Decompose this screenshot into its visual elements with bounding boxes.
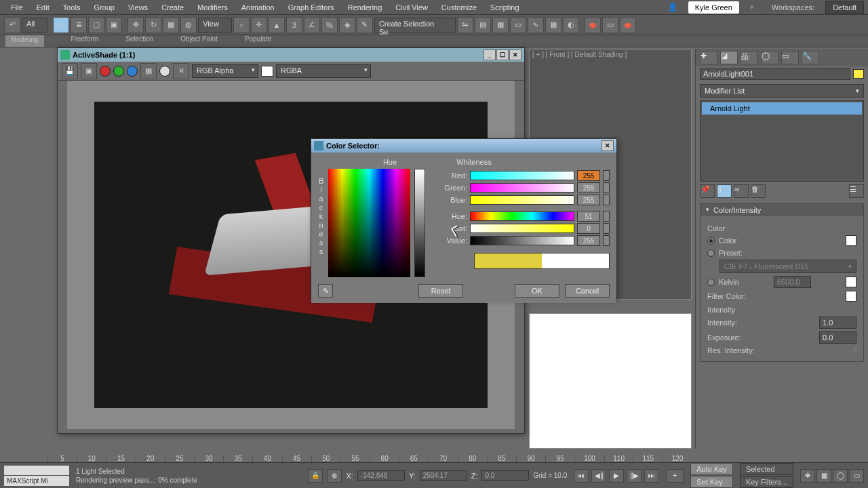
viewport-front-label[interactable]: [ + ] [ Front ] [ Default Shading ] (532, 51, 627, 58)
red-channel-icon[interactable] (100, 66, 111, 77)
copy-image-icon[interactable]: ▣ (81, 63, 97, 79)
clear-icon[interactable]: ✕ (173, 63, 189, 79)
blue-channel-icon[interactable] (127, 66, 138, 77)
display-tab-icon[interactable]: ▭ (781, 51, 799, 64)
mirror-icon[interactable]: ⇋ (457, 17, 473, 33)
value-spinner[interactable]: 255 (577, 235, 600, 246)
green-spinner-arrows[interactable] (603, 182, 610, 193)
mono-channel-icon[interactable] (159, 66, 170, 77)
channel-dropdown[interactable]: RGB Alpha (192, 64, 258, 78)
blue-slider[interactable] (470, 195, 574, 205)
save-image-icon[interactable]: 💾 (62, 63, 78, 79)
material-editor-icon[interactable]: ◐ (563, 17, 579, 33)
menu-scripting[interactable]: Scripting (484, 1, 526, 14)
spinner-snap-icon[interactable]: ◈ (339, 17, 355, 33)
select-by-name-icon[interactable]: ≣ (71, 17, 87, 33)
ribbon-tab-populate[interactable]: Populate (245, 35, 271, 47)
set-key-icon[interactable]: + (666, 469, 684, 483)
next-frame-icon[interactable]: ∥▶ (627, 469, 642, 483)
menu-file[interactable]: File (4, 1, 30, 14)
ribbon-tab-selection[interactable]: Selection (125, 35, 153, 47)
configure-sets-icon[interactable]: ☰ (849, 184, 864, 198)
maxscript-mini-listener[interactable]: MAXScript Mi (4, 476, 69, 486)
color-swatch[interactable] (846, 235, 856, 246)
object-color-swatch[interactable] (853, 69, 864, 79)
max-toggle-icon[interactable]: ▭ (849, 469, 864, 483)
modifier-list-dropdown[interactable]: Modifier List (700, 84, 864, 98)
toggle-ribbon-icon[interactable]: ▭ (510, 17, 526, 33)
color-radio[interactable] (707, 237, 715, 245)
remove-modifier-icon[interactable]: 🗑 (751, 184, 766, 198)
hue-spinner[interactable]: 51 (577, 211, 600, 222)
sat-slider[interactable] (470, 224, 574, 233)
prev-frame-icon[interactable]: ◀∥ (591, 469, 606, 483)
intensity-spinner[interactable]: 1.0 (819, 317, 856, 329)
sat-spinner[interactable]: 0 (577, 223, 600, 234)
hue-picker[interactable] (328, 169, 410, 277)
green-spinner[interactable]: 255 (577, 182, 600, 193)
green-channel-icon[interactable] (113, 66, 124, 77)
orbit-icon[interactable]: ◯ (833, 469, 848, 483)
kelvin-spinner[interactable]: 6500.0 (774, 276, 811, 288)
blue-spinner-arrows[interactable] (603, 195, 610, 205)
new-color-swatch[interactable] (542, 253, 609, 268)
menu-customize[interactable]: Customize (435, 1, 484, 14)
display-mode-dropdown[interactable]: RGBA (276, 64, 371, 78)
filter-color-swatch[interactable] (846, 291, 856, 302)
render-setup-icon[interactable]: 🫖 (585, 17, 601, 33)
hierarchy-tab-icon[interactable]: 品 (741, 51, 758, 64)
x-coord-field[interactable]: -142.848 (357, 470, 405, 481)
rotate-icon[interactable]: ↻ (145, 17, 161, 33)
percent-snap-icon[interactable]: % (321, 17, 338, 33)
user-name[interactable]: Kyle Green (688, 1, 739, 14)
absolute-mode-icon[interactable]: ⊕ (327, 469, 342, 483)
whiteness-slider[interactable] (414, 169, 425, 277)
utilities-tab-icon[interactable]: 🔧 (802, 51, 819, 64)
ribbon-tab-objectpaint[interactable]: Object Paint (180, 35, 217, 47)
goto-start-icon[interactable]: ⏮ (574, 469, 589, 483)
pan-view-icon[interactable]: ✥ (800, 469, 815, 483)
scale-icon[interactable]: ▦ (163, 17, 179, 33)
set-key-button[interactable]: Set Key (690, 476, 733, 488)
ribbon-tab-modeling[interactable]: Modeling (5, 35, 44, 47)
select-manipulate-icon[interactable]: ✛ (251, 17, 267, 33)
selection-lock-icon[interactable]: 🔒 (308, 469, 323, 483)
auto-key-button[interactable]: Auto Key (690, 463, 733, 475)
keyboard-shortcut-icon[interactable]: ▲ (269, 17, 285, 33)
selection-filter-dropdown[interactable]: All (22, 18, 47, 33)
motion-tab-icon[interactable]: ◯ (761, 51, 778, 64)
render-frame-icon[interactable]: ▭ (602, 17, 618, 33)
maximize-icon[interactable]: ☐ (496, 49, 509, 60)
create-tab-icon[interactable]: ✚ (700, 51, 717, 64)
hue-slider[interactable] (470, 211, 574, 221)
menu-tools[interactable]: Tools (56, 1, 87, 14)
activeshade-title-bar[interactable]: ActiveShade (1:1) _ ☐ ✕ (58, 48, 524, 62)
ok-button[interactable]: OK (515, 284, 559, 298)
bg-color-swatch[interactable] (261, 66, 273, 77)
key-filters-button[interactable]: Key Filters... (740, 476, 793, 488)
window-crossing-icon[interactable]: ▣ (106, 17, 122, 33)
close-icon[interactable]: ✕ (509, 49, 521, 60)
rect-region-icon[interactable]: ▢ (88, 17, 104, 33)
green-slider[interactable] (470, 183, 574, 192)
modifier-stack[interactable]: Arnold Light (700, 100, 864, 182)
key-filter-selected[interactable]: Selected (740, 463, 793, 475)
preset-radio[interactable] (707, 249, 715, 257)
cancel-button[interactable]: Cancel (565, 284, 610, 298)
exposure-spinner[interactable]: 0.0 (819, 331, 856, 344)
cs-close-icon[interactable]: ✕ (601, 140, 614, 151)
eyedropper-icon[interactable]: ✎ (318, 284, 333, 298)
sat-spinner-arrows[interactable] (603, 223, 610, 234)
viewport-perspective[interactable] (529, 313, 692, 449)
red-spinner[interactable]: 255 (577, 170, 600, 181)
modifier-stack-item[interactable]: Arnold Light (702, 102, 862, 115)
y-coord-field[interactable]: 2504.17 (420, 470, 467, 481)
red-slider[interactable] (470, 171, 574, 180)
menu-edit[interactable]: Edit (30, 1, 56, 14)
show-end-result-icon[interactable]: ▯ (717, 184, 732, 198)
ref-coord-dropdown[interactable]: View (198, 18, 232, 33)
alpha-channel-icon[interactable]: ▦ (140, 63, 157, 79)
play-icon[interactable]: ▶ (609, 469, 624, 483)
red-spinner-arrows[interactable] (603, 170, 610, 181)
edit-selection-icon[interactable]: ✎ (357, 17, 373, 33)
